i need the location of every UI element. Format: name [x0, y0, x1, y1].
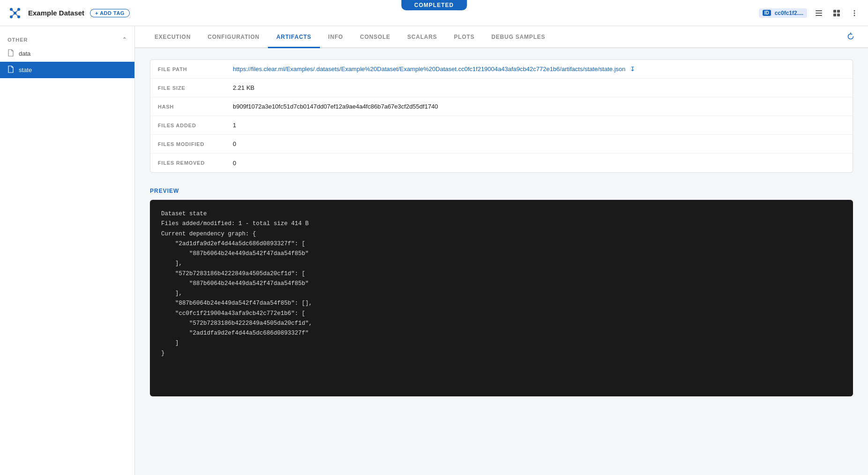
svg-line-8 [15, 13, 19, 17]
list-view-button[interactable] [813, 7, 825, 19]
svg-line-7 [11, 13, 15, 17]
hash-value: b909f1072a3e10fc51d7cb0147dd07ef12a9ae4a… [233, 103, 438, 110]
svg-rect-12 [833, 10, 836, 13]
tabs-bar-right [845, 30, 857, 47]
page-title: Example Dataset [28, 9, 84, 17]
file-path-link[interactable]: https://files.clear.ml/Examples/.dataset… [233, 66, 625, 73]
sidebar-item-state[interactable]: state [0, 62, 134, 78]
add-tag-button[interactable]: + ADD TAG [90, 9, 130, 17]
svg-point-16 [854, 10, 855, 11]
files-removed-value: 0 [233, 160, 236, 167]
svg-rect-11 [816, 15, 822, 16]
files-removed-label: FILES REMOVED [158, 160, 233, 166]
preview-title: PREVIEW [150, 188, 853, 194]
status-badge: COMPLETED [401, 0, 467, 10]
svg-point-18 [854, 15, 855, 16]
files-added-value: 1 [233, 122, 236, 129]
tab-debug-samples[interactable]: DEBUG SAMPLES [483, 26, 554, 48]
file-size-label: FILE SIZE [158, 85, 233, 91]
tab-artifacts[interactable]: ARTIFACTS [268, 26, 320, 48]
sidebar-item-data-label: data [19, 50, 30, 57]
files-added-label: FILES ADDED [158, 123, 233, 128]
header-right: ID cc0fc1f2.... [759, 7, 861, 19]
tab-info[interactable]: INFO [320, 26, 352, 48]
main-layout: OTHER ⌃ data state EXEC [0, 26, 868, 475]
content-area: FILE PATH https://files.clear.ml/Example… [135, 48, 868, 475]
files-modified-label: FILES MODIFIED [158, 141, 233, 147]
files-modified-value: 0 [233, 140, 236, 147]
file-size-value: 2.21 KB [233, 84, 254, 91]
file-size-row: FILE SIZE 2.21 KB [150, 79, 853, 97]
hash-row: HASH b909f1072a3e10fc51d7cb0147dd07ef12a… [150, 97, 853, 116]
svg-rect-10 [816, 13, 822, 14]
layout-button[interactable] [831, 7, 843, 19]
files-modified-row: FILES MODIFIED 0 [150, 135, 853, 153]
sidebar-collapse-icon[interactable]: ⌃ [122, 37, 127, 43]
sidebar-section-label: OTHER [7, 37, 28, 43]
experiment-id: ID cc0fc1f2.... [759, 8, 807, 18]
file-path-row: FILE PATH https://files.clear.ml/Example… [150, 60, 853, 79]
file-icon [7, 49, 14, 58]
tab-execution[interactable]: EXECUTION [146, 26, 199, 48]
menu-button[interactable] [848, 7, 861, 19]
sidebar: OTHER ⌃ data state [0, 26, 135, 475]
id-label: ID [763, 10, 771, 16]
file-path-label: FILE PATH [158, 66, 233, 72]
preview-block: Dataset state Files added/modified: 1 - … [150, 200, 853, 396]
svg-rect-13 [837, 10, 840, 13]
svg-point-17 [854, 12, 855, 14]
files-removed-row: FILES REMOVED 0 [150, 153, 853, 172]
svg-rect-9 [816, 10, 822, 11]
tab-scalars[interactable]: SCALARS [399, 26, 445, 48]
sidebar-item-data[interactable]: data [0, 45, 134, 62]
sidebar-section-header: OTHER ⌃ [0, 34, 134, 45]
file-active-icon [7, 66, 14, 74]
svg-rect-14 [833, 14, 836, 16]
tab-console[interactable]: CONSOLE [351, 26, 399, 48]
svg-line-5 [11, 9, 15, 13]
tabs-bar: EXECUTION CONFIGURATION ARTIFACTS INFO C… [135, 26, 868, 48]
tab-configuration[interactable]: CONFIGURATION [199, 26, 268, 48]
tab-plots[interactable]: PLOTS [445, 26, 483, 48]
svg-line-6 [15, 9, 19, 13]
refresh-button[interactable] [845, 30, 857, 43]
svg-rect-15 [837, 14, 840, 16]
download-icon[interactable]: ↧ [630, 66, 635, 73]
sidebar-item-state-label: state [19, 66, 32, 73]
app-logo [7, 6, 22, 21]
file-info-table: FILE PATH https://files.clear.ml/Example… [150, 59, 853, 173]
file-path-value: https://files.clear.ml/Examples/.dataset… [233, 66, 635, 73]
id-value: cc0fc1f2.... [775, 10, 803, 16]
main-content: EXECUTION CONFIGURATION ARTIFACTS INFO C… [135, 26, 868, 475]
files-added-row: FILES ADDED 1 [150, 116, 853, 135]
hash-label: HASH [158, 104, 233, 110]
